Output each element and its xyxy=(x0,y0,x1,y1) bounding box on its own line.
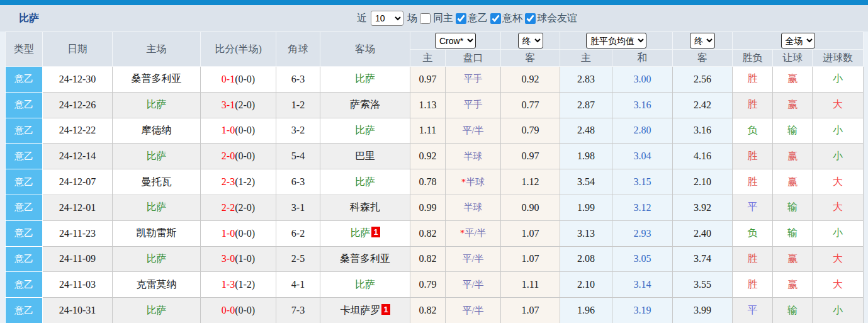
home-team-name[interactable]: 桑普多利亚 xyxy=(132,73,182,84)
avg-away: 2.10 xyxy=(694,176,711,187)
odds-away-cell: 0.79 xyxy=(501,118,560,144)
avg-home-cell: 2.83 xyxy=(560,67,612,93)
home-team-name[interactable]: 摩德纳 xyxy=(142,125,172,135)
match-result: 胜 xyxy=(748,176,758,187)
away-team-name[interactable]: 比萨 xyxy=(355,176,375,187)
avg-away: 4.16 xyxy=(694,150,711,161)
match-date: 24-12-01 xyxy=(59,202,96,213)
odds-away-cell: 0.97 xyxy=(501,144,560,169)
odds-away-cell: 1.07 xyxy=(501,246,560,272)
home-team-name[interactable]: 比萨 xyxy=(147,201,167,212)
goals-result-cell: 大 xyxy=(813,195,864,220)
home-team-cell: 克雷莫纳 xyxy=(113,272,201,298)
score-half: (1-0) xyxy=(235,253,255,264)
score-cell: 2-2(2-0) xyxy=(201,195,276,220)
odds-home-cell: 0.78 xyxy=(410,169,446,195)
match-date-cell: 24-12-30 xyxy=(43,67,113,93)
away-team-cell: 比萨 xyxy=(320,272,410,298)
handicap-cell: 半球 xyxy=(446,195,501,220)
away-team-name[interactable]: 比萨 xyxy=(350,227,370,238)
score-cell: 0-0(0-0) xyxy=(201,298,276,323)
handicap-result-cell: 赢 xyxy=(773,246,813,272)
home-team-name[interactable]: 凯勒雷斯 xyxy=(137,227,177,238)
table-row: 意乙 24-12-01 比萨 2-2(2-0) 3-1 科森扎 0.99 半球 … xyxy=(6,195,864,220)
avg-away-cell: 3.74 xyxy=(673,246,733,272)
odds-away-cell: 1.11 xyxy=(501,272,560,298)
league-checkbox-serie-b[interactable] xyxy=(456,13,466,24)
away-team-name[interactable]: 卡坦萨罗 xyxy=(340,305,380,315)
match-result: 平 xyxy=(748,201,758,212)
home-team-name[interactable]: 比萨 xyxy=(147,150,167,161)
odds-company-select[interactable]: Crow* xyxy=(435,33,476,48)
scope-select[interactable]: 全场 xyxy=(781,33,815,48)
league-type: 意乙 xyxy=(14,74,33,84)
league-checkbox-club-friendly[interactable] xyxy=(525,13,536,24)
away-team-name[interactable]: 比萨 xyxy=(355,279,375,290)
league-type-cell: 意乙 xyxy=(6,67,43,93)
away-team-name[interactable]: 巴里 xyxy=(355,150,375,161)
handicap-result: 输 xyxy=(787,227,798,238)
avg-away-cell: 3.99 xyxy=(673,298,733,323)
score-main: 3-0 xyxy=(222,253,235,264)
avg-draw: 3.04 xyxy=(634,150,651,161)
score-cell: 2-3(1-2) xyxy=(201,169,276,195)
handicap-result: 输 xyxy=(787,201,798,212)
col-header-odds-home: 主 xyxy=(410,50,446,67)
home-team-name[interactable]: 曼托瓦 xyxy=(142,176,172,187)
odds-away: 1.07 xyxy=(522,305,539,315)
odds-away: 0.97 xyxy=(522,150,539,161)
avg-draw-cell: 2.93 xyxy=(612,220,673,246)
league-checkbox-coppa-italia[interactable] xyxy=(490,13,501,24)
header-controls-row: 类型 日期 主场 比分(半场) 角球 客场 Crow* 终 胜平负均值 xyxy=(6,32,864,50)
handicap-cell: 平/半 xyxy=(446,118,501,144)
avg-odds-select[interactable]: 胜平负均值 xyxy=(586,33,646,48)
recent-count-select[interactable]: 10 xyxy=(371,11,403,26)
odds-away: 0.90 xyxy=(522,202,539,213)
home-team-name[interactable]: 比萨 xyxy=(147,253,167,264)
away-team-cell: 比萨 xyxy=(320,169,410,195)
col-header-result: 胜负 xyxy=(733,50,773,67)
home-team-name[interactable]: 比萨 xyxy=(147,305,167,315)
odds-away: 0.77 xyxy=(522,99,539,110)
match-date-cell: 24-11-03 xyxy=(43,272,113,298)
odds-home-cell: 1.13 xyxy=(410,92,446,118)
match-date: 24-12-14 xyxy=(59,150,96,161)
goals-result: 小 xyxy=(833,150,843,161)
score-half: (1-2) xyxy=(235,176,255,187)
handicap-final-select[interactable]: 终 xyxy=(518,33,543,48)
handicap-result-cell: 赢 xyxy=(773,92,813,118)
away-team-name[interactable]: 萨索洛 xyxy=(350,99,380,110)
home-team-name[interactable]: 克雷莫纳 xyxy=(137,279,177,290)
goals-result: 大 xyxy=(833,201,843,212)
corner-cell: 6-3 xyxy=(276,169,320,195)
home-team-name[interactable]: 比萨 xyxy=(147,99,167,110)
away-team-name[interactable]: 比萨 xyxy=(355,73,375,84)
handicap-cell: 平手 xyxy=(446,92,501,118)
away-team-name[interactable]: 比萨 xyxy=(355,125,375,135)
goals-result-cell: 小 xyxy=(813,298,864,323)
odds-away: 1.12 xyxy=(522,176,539,187)
col-header-type: 类型 xyxy=(6,32,43,67)
avg-away-cell: 3.16 xyxy=(673,118,733,144)
away-team-name[interactable]: 科森扎 xyxy=(350,201,380,212)
avg-draw: 3.12 xyxy=(634,202,651,213)
handicap-cell: *半球 xyxy=(446,169,501,195)
filter-controls: 近 10 场 同主 意乙 意杯 球会友谊 xyxy=(357,11,577,26)
avg-final-select[interactable]: 终 xyxy=(690,33,715,48)
handicap-name: 平/半 xyxy=(462,125,483,135)
same-home-checkbox[interactable] xyxy=(420,13,431,24)
odds-away-cell: 1.12 xyxy=(501,169,560,195)
away-team-cell: 比萨 xyxy=(320,118,410,144)
handicap-name: 半球 xyxy=(464,151,483,161)
odds-away-cell: 0.92 xyxy=(501,67,560,93)
same-home-label: 同主 xyxy=(433,12,453,25)
handicap-result: 赢 xyxy=(787,150,798,161)
col-header-date: 日期 xyxy=(43,32,113,67)
away-team-name[interactable]: 桑普多利亚 xyxy=(340,253,390,264)
odds-home: 0.82 xyxy=(419,305,437,315)
handicap-name: 半球 xyxy=(464,202,483,212)
league-type: 意乙 xyxy=(14,228,33,238)
match-date: 24-11-09 xyxy=(59,253,96,264)
result-cell: 胜 xyxy=(733,92,773,118)
avg-final-cell: 终 xyxy=(673,32,733,50)
